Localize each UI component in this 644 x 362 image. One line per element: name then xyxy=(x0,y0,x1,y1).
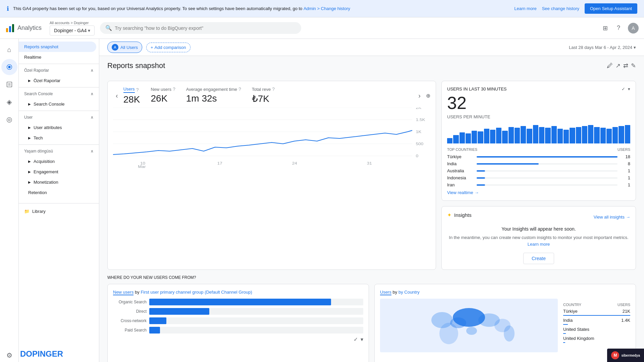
chart-settings-icon[interactable]: ⊕ xyxy=(426,93,430,99)
sibermedya-badge: M sibermedya xyxy=(607,349,644,362)
pencil-icon[interactable]: ✎ xyxy=(631,62,636,69)
bottom-section-title: WHERE DO YOUR NEW USERS COME FROM? xyxy=(107,275,636,280)
search-input[interactable] xyxy=(115,25,296,31)
nav-explore[interactable]: ◈ xyxy=(1,94,17,110)
open-setup-assistant-button[interactable]: Open Setup Assistant xyxy=(585,3,637,14)
sidebar-section-search-console[interactable]: Search Console ∧ xyxy=(19,89,99,99)
sidebar-item-tech[interactable]: ▶ Tech xyxy=(19,133,96,143)
channel-bar-row: Direct xyxy=(113,308,363,315)
sidebar-item-reports-snapshot[interactable]: Reports snapshot xyxy=(19,42,96,52)
insights-title-label: Insights xyxy=(454,212,472,218)
metric-revenue[interactable]: Total reve ? ₺7K xyxy=(252,86,275,105)
country-name: Australia xyxy=(447,168,474,173)
country-bar xyxy=(477,177,485,179)
chart-next-button[interactable]: › xyxy=(416,90,423,101)
new-users-label: New users xyxy=(151,87,171,92)
channel-menu-icon[interactable]: ▾ xyxy=(361,336,363,343)
nav-advertising[interactable]: ◎ xyxy=(1,111,17,127)
search-bar[interactable]: 🔍 xyxy=(100,22,301,34)
country-table-rows: Türkiye 21K India 1.4K United States Uni… xyxy=(563,309,630,343)
nav-home[interactable]: ⌂ xyxy=(1,42,17,58)
see-change-history-link[interactable]: See change history xyxy=(542,6,579,11)
insights-empty-title: Your Insights will appear here soon. xyxy=(447,226,630,232)
plus-icon: + xyxy=(151,45,153,50)
sidebar-section-ozel-raporlar[interactable]: Özel Raporlar ∧ xyxy=(19,65,99,75)
users-col-header: USERS xyxy=(618,303,630,307)
add-comparison-button[interactable]: + Add comparison xyxy=(146,43,191,52)
sidebar-section-yasam[interactable]: Yaşam döngüsü ∧ xyxy=(19,146,99,156)
svg-text:17: 17 xyxy=(217,162,222,166)
bar-item xyxy=(625,125,630,143)
sidebar-item-realtime[interactable]: Realtime xyxy=(19,52,99,62)
top-countries-label: TOP COUNTRIES xyxy=(447,147,477,152)
search-icon: 🔍 xyxy=(105,25,112,31)
arrow-right-insights: → xyxy=(626,215,630,220)
create-insights-button[interactable]: Create xyxy=(523,253,554,264)
view-realtime-link[interactable]: View realtime → xyxy=(447,190,630,195)
metric-new-users[interactable]: New users ? 26K xyxy=(151,86,175,105)
metric-users[interactable]: Users ? 28K xyxy=(123,86,140,105)
sidebar-library[interactable]: 📁 Library xyxy=(19,206,99,217)
sidebar-item-ozel-raporlar[interactable]: ▶ Özel Raporlar xyxy=(19,75,96,86)
ct-bar xyxy=(563,333,566,334)
bar-item xyxy=(508,127,514,144)
channel-bar-row: Organic Search xyxy=(113,299,363,305)
nav-realtime[interactable] xyxy=(1,59,17,75)
sidebar-item-monetization[interactable]: ▶ Monetization xyxy=(19,177,96,187)
share-icon[interactable]: ↗ xyxy=(615,62,621,69)
chevron-icon-yasam: ∧ xyxy=(91,149,94,154)
insights-learn-more[interactable]: Learn more xyxy=(528,242,550,247)
channel-bar-fill xyxy=(149,299,331,305)
admin-link[interactable]: Admin > Change history xyxy=(304,6,350,11)
arrow-icon-eng: ▶ xyxy=(28,170,31,174)
country-count: 1 xyxy=(620,182,630,187)
bar-item xyxy=(564,130,569,143)
account-icon[interactable]: A xyxy=(628,23,639,34)
arrow-right-icon: → xyxy=(475,190,479,195)
users-help-icon[interactable]: ? xyxy=(136,87,139,93)
grid-icon[interactable]: ⊞ xyxy=(601,24,609,32)
ct-country-users: 21K xyxy=(623,309,630,314)
sidebar-item-engagement[interactable]: ▶ Engagement xyxy=(19,167,96,177)
date-selector[interactable]: Last 28 days Mar 6 - Apr 2, 2024 ▾ xyxy=(569,45,636,50)
view-all-insights-link[interactable]: View all insights → xyxy=(594,215,630,220)
insights-card: ✦ Insights View all insights → Your Insi… xyxy=(441,206,636,270)
svg-point-3 xyxy=(8,66,10,68)
metrics-row: Users ? 28K New users ? 26K xyxy=(123,86,413,105)
new-users-help-icon[interactable]: ? xyxy=(173,86,175,92)
countries-list: Türkiye 18 India 8 Australia 1 Indonesia… xyxy=(447,154,630,187)
chart-prev-button[interactable]: ‹ xyxy=(113,90,121,101)
sidebar-item-retention[interactable]: Retention xyxy=(19,187,96,198)
svg-text:Mar: Mar xyxy=(138,165,146,168)
metric-engagement[interactable]: Average engagement time ? 1m 32s xyxy=(186,86,241,105)
app-body: ⌂ ◈ ◎ ⚙ Reports snapshot Realtime Özel R… xyxy=(0,39,644,362)
svg-rect-1 xyxy=(9,26,11,32)
nav-reports[interactable] xyxy=(1,76,17,93)
help-icon[interactable]: ? xyxy=(614,24,623,32)
engagement-help-icon[interactable]: ? xyxy=(238,86,241,92)
bar-item xyxy=(447,138,452,144)
property-selector[interactable]: Dopinger - GA4 ▾ xyxy=(50,25,95,36)
sidebar-section-user[interactable]: User ∧ xyxy=(19,112,99,122)
ct-bar xyxy=(563,324,568,325)
nav-admin[interactable]: ⚙ xyxy=(1,347,17,362)
learn-more-link[interactable]: Learn more xyxy=(514,6,536,11)
bar-item xyxy=(545,128,550,143)
users-label: Users xyxy=(123,86,135,93)
revenue-help-icon[interactable]: ? xyxy=(272,86,275,92)
country-table-row: United Kingdom xyxy=(563,336,630,341)
realtime-check-icon[interactable]: ✓ xyxy=(622,86,625,92)
compare-icon[interactable]: ⇄ xyxy=(623,62,628,69)
sidebar-item-user-attributes[interactable]: ▶ User attributes xyxy=(19,122,96,133)
sidebar-item-acquisition[interactable]: ▶ Acquisition xyxy=(19,156,96,167)
channel-check-icon[interactable]: ✓ xyxy=(354,336,358,343)
analytics-logo-icon xyxy=(5,23,15,33)
edit-icon[interactable]: 🖉 xyxy=(607,62,613,69)
sidebar-section-label-ozel: Özel Raporlar xyxy=(24,68,49,73)
all-users-filter[interactable]: A All Users xyxy=(107,42,142,53)
sidebar-label-user-attributes: User attributes xyxy=(34,125,62,130)
svg-text:31: 31 xyxy=(367,162,372,166)
sidebar-item-search-console[interactable]: ▶ Search Console xyxy=(19,99,96,109)
realtime-menu-icon[interactable]: ▾ xyxy=(628,86,630,92)
country-table-header: COUNTRY USERS xyxy=(563,303,630,307)
